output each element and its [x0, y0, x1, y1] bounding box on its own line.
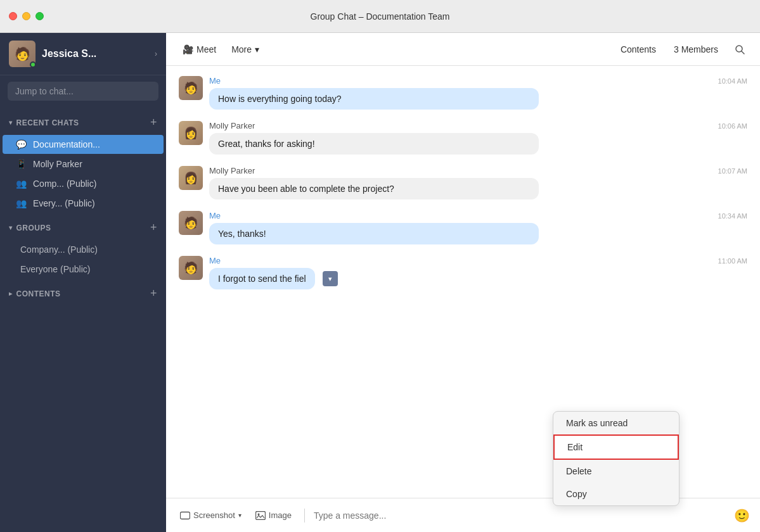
chevron-down-icon: ▾: [9, 224, 13, 231]
message-row: 🧑 Me 10:04 AM How is everything going to…: [179, 76, 747, 110]
context-menu: Mark as unread Edit Delete Copy: [553, 411, 679, 506]
mobile-icon: 📱: [15, 159, 27, 169]
image-icon: [255, 511, 266, 520]
context-menu-copy[interactable]: Copy: [553, 483, 679, 505]
sidebar-item-label: Comp... (Public): [33, 179, 155, 189]
message-sender: Molly Parker: [209, 166, 255, 175]
groups-section: ▾ GROUPS + Company... (Public) Everyone …: [0, 216, 166, 279]
message-bubble: Yes, thanks!: [209, 223, 539, 244]
message-sender: Molly Parker: [209, 121, 255, 130]
message-row: 👩 Molly Parker 10:07 AM Have you been ab…: [179, 166, 747, 200]
message-row: 🧑 Me 10:34 AM Yes, thanks!: [179, 211, 747, 244]
message-input[interactable]: [314, 510, 728, 521]
members-button[interactable]: 3 Members: [667, 41, 725, 58]
avatar: 🧑: [179, 256, 203, 280]
message-row: 👩 Molly Parker 10:06 AM Great, thanks fo…: [179, 121, 747, 155]
status-dot: [30, 61, 36, 68]
recent-chats-header[interactable]: ▾ RECENT CHATS +: [0, 111, 166, 134]
image-button[interactable]: Image: [252, 508, 295, 522]
groups-label: GROUPS: [16, 224, 150, 232]
avatar-container: 🧑: [9, 41, 35, 67]
sidebar-item-molly[interactable]: 📱 Molly Parker: [3, 155, 164, 174]
context-menu-mark-unread[interactable]: Mark as unread: [553, 412, 679, 434]
more-label: More: [231, 44, 252, 54]
screenshot-button[interactable]: Screenshot ▾: [176, 508, 245, 522]
message-row: 🧑 Me 11:00 AM I forgot to send the fiel …: [179, 256, 747, 289]
add-chat-button[interactable]: +: [150, 116, 157, 129]
message-time: 10:34 AM: [718, 211, 747, 220]
minimize-button[interactable]: [22, 12, 30, 20]
sidebar-item-documentation[interactable]: 💬 Documentation...: [3, 135, 164, 154]
svg-rect-3: [255, 511, 265, 519]
message-header: Molly Parker 10:06 AM: [209, 121, 747, 130]
message-bubble: Have you been able to complete the proje…: [209, 178, 539, 200]
message-inline: I forgot to send the fiel ▾: [209, 268, 747, 289]
svg-point-4: [257, 513, 259, 515]
chevron-down-icon: ▾: [255, 44, 259, 54]
sidebar: 🧑 Jessica S... › Jump to chat... ▾ RECEN…: [0, 33, 166, 532]
avatar: 🧑: [179, 211, 203, 235]
message-sender: Me: [209, 211, 221, 220]
message-content: Me 10:34 AM Yes, thanks!: [209, 211, 747, 244]
chevron-down-icon: ▾: [9, 119, 13, 126]
sidebar-item-company-group[interactable]: Company... (Public): [3, 240, 164, 259]
close-button[interactable]: [9, 12, 17, 20]
context-menu-delete[interactable]: Delete: [553, 460, 679, 483]
svg-line-1: [742, 51, 744, 54]
message-header: Molly Parker 10:07 AM: [209, 166, 747, 175]
sidebar-item-label: Molly Parker: [33, 159, 155, 169]
meet-button[interactable]: 🎥 Meet: [176, 41, 222, 58]
avatar: 🧑: [179, 76, 203, 100]
message-content: Molly Parker 10:07 AM Have you been able…: [209, 166, 747, 200]
search-button[interactable]: [730, 39, 750, 60]
add-group-button[interactable]: +: [150, 221, 157, 234]
contents-button[interactable]: Contents: [614, 41, 662, 58]
contents-label: CONTENTS: [16, 289, 150, 298]
contents-section: ▸ CONTENTS +: [0, 282, 166, 305]
message-sender: Me: [209, 256, 221, 265]
message-time: 10:06 AM: [718, 121, 747, 130]
maximize-button[interactable]: [35, 12, 44, 20]
screenshot-label: Screenshot: [193, 510, 235, 520]
message-time: 10:04 AM: [718, 76, 747, 85]
title-bar: Group Chat – Documentation Team: [0, 0, 760, 33]
sidebar-item-everyone-group[interactable]: Everyone (Public): [3, 260, 164, 279]
sidebar-item-everyone-public[interactable]: 👥 Every... (Public): [3, 194, 164, 213]
message-dropdown-button[interactable]: ▾: [323, 271, 338, 286]
window-controls: [9, 12, 44, 20]
search-icon: [735, 44, 745, 54]
message-header: Me 10:04 AM: [209, 76, 747, 86]
sidebar-item-label: Documentation...: [33, 139, 155, 149]
user-name: Jessica S...: [42, 48, 148, 60]
avatar: 👩: [179, 166, 203, 190]
user-profile[interactable]: 🧑 Jessica S... ›: [0, 33, 166, 75]
sidebar-item-label: Every... (Public): [33, 198, 155, 208]
groups-header[interactable]: ▾ GROUPS +: [0, 216, 166, 239]
context-menu-edit[interactable]: Edit: [553, 434, 679, 460]
chevron-right-icon: ▸: [9, 290, 13, 297]
group-icon: 👥: [15, 198, 27, 208]
contents-header[interactable]: ▸ CONTENTS +: [0, 282, 166, 305]
chat-toolbar: 🎥 Meet More ▾ Contents 3 Members: [166, 33, 760, 66]
message-time: 11:00 AM: [718, 256, 747, 265]
svg-rect-2: [181, 512, 190, 519]
message-content: Me 11:00 AM I forgot to send the fiel ▾: [209, 256, 747, 289]
message-bubble: How is everything going today?: [209, 88, 539, 110]
sidebar-item-company-public[interactable]: 👥 Comp... (Public): [3, 174, 164, 193]
more-button[interactable]: More ▾: [225, 41, 266, 58]
screenshot-icon: [180, 511, 190, 520]
recent-chats-label: RECENT CHATS: [16, 118, 150, 127]
chat-area: 🎥 Meet More ▾ Contents 3 Members: [166, 33, 760, 532]
add-content-button[interactable]: +: [150, 287, 157, 300]
meet-label: Meet: [196, 44, 216, 54]
recent-chats-section: ▾ RECENT CHATS + 💬 Documentation... 📱 Mo…: [0, 111, 166, 213]
message-header: Me 11:00 AM: [209, 256, 747, 265]
toolbar-right: Contents 3 Members: [614, 39, 750, 60]
emoji-button[interactable]: 🙂: [734, 508, 750, 523]
chat-icon: 💬: [15, 139, 27, 149]
input-divider: [304, 509, 305, 522]
chevron-down-icon: ▾: [238, 512, 242, 519]
jump-to-chat-input[interactable]: Jump to chat...: [8, 82, 158, 101]
message-content: Me 10:04 AM How is everything going toda…: [209, 76, 747, 110]
message-bubble: Great, thanks for asking!: [209, 133, 539, 155]
